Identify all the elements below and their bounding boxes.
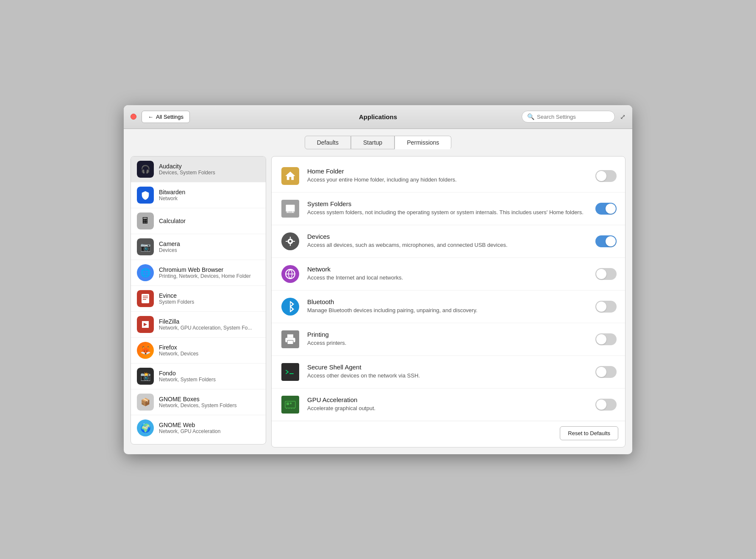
app-perms-fondo: Network, System Folders [159,377,216,383]
perm-item-system-folders: System Folders Access system folders, no… [272,193,625,225]
toggle-network[interactable] [595,268,617,280]
app-item-evince[interactable]: Evince System Folders [131,286,266,312]
search-input[interactable] [537,114,609,120]
search-icon: 🔍 [527,113,534,120]
perm-title-gpu: GPU Acceleration [307,396,589,403]
app-icon-bitwarden [137,187,154,204]
app-item-fondo[interactable]: 📸 Fondo Network, System Folders [131,363,266,389]
app-icon-gnome-web: 🌍 [137,419,154,436]
perm-title-ssh: Secure Shell Agent [307,363,589,371]
app-icon-calculator: 🖩 [137,212,154,229]
app-name-firefox: Firefox [159,344,198,351]
app-info-chromium: Chromium Web Browser Printing, Network, … [159,266,251,279]
back-button-label: All Settings [156,114,183,120]
app-icon-filezilla [137,316,154,333]
app-info-calculator: Calculator [159,218,186,224]
app-perms-gnome-boxes: Network, Devices, System Folders [159,402,236,408]
main-content: 🎧 Audacity Devices, System Folders Bitwa… [124,149,632,454]
tab-permissions[interactable]: Permissions [395,136,451,149]
app-icon-gnome-boxes: 📦 [137,394,154,411]
perm-desc-home-folder: Access your entire Home folder, includin… [307,176,589,184]
svg-rect-6 [285,368,296,376]
toggle-bluetooth[interactable] [595,301,617,313]
toggle-home-folder[interactable] [595,170,617,182]
app-name-filezilla: FileZilla [159,318,252,325]
app-perms-camera: Devices [159,247,180,253]
app-item-gnome-web[interactable]: 🌍 GNOME Web Network, GPU Acceleration [131,415,266,441]
toggle-ssh[interactable] [595,366,617,378]
perm-text-home-folder: Home Folder Access your entire Home fold… [307,168,589,184]
app-info-evince: Evince System Folders [159,292,194,305]
toggle-devices[interactable] [595,235,617,247]
app-info-gnome-web: GNOME Web Network, GPU Acceleration [159,422,220,434]
perm-text-network: Network Access the Internet and local ne… [307,266,589,282]
perm-title-bluetooth: Bluetooth [307,298,589,305]
perm-item-bluetooth: Bluetooth Manage Bluetooth devices inclu… [272,291,625,323]
perm-item-devices: Devices Access all devices, such as webc… [272,225,625,258]
app-name-gnome-web: GNOME Web [159,422,220,428]
perm-icon-devices [280,231,300,252]
app-perms-chromium: Printing, Network, Devices, Home Folder [159,273,251,279]
app-icon-camera: 📷 [137,238,154,255]
app-info-filezilla: FileZilla Network, GPU Acceleration, Sys… [159,318,252,331]
app-perms-evince: System Folders [159,299,194,305]
tab-startup[interactable]: Startup [351,136,395,149]
perm-title-network: Network [307,266,589,273]
app-name-gnome-boxes: GNOME Boxes [159,396,236,402]
perm-text-bluetooth: Bluetooth Manage Bluetooth devices inclu… [307,298,589,314]
app-item-audacity[interactable]: 🎧 Audacity Devices, System Folders [131,157,266,182]
search-box[interactable]: 🔍 [522,111,615,123]
back-button[interactable]: ← All Settings [142,111,190,123]
perm-title-system-folders: System Folders [307,200,589,207]
perm-icon-printing [280,329,300,349]
perm-title-home-folder: Home Folder [307,168,589,175]
tabs-bar: Defaults Startup Permissions [124,129,632,149]
app-perms-bitwarden: Network [159,196,185,201]
perm-desc-ssh: Access other devices on the network via … [307,372,589,380]
perm-desc-bluetooth: Manage Bluetooth devices including pairi… [307,307,589,314]
permissions-panel: Home Folder Access your entire Home fold… [271,156,625,447]
expand-button[interactable]: ⤢ [620,113,625,121]
app-perms-gnome-web: Network, GPU Acceleration [159,428,220,434]
perm-text-printing: Printing Access printers. [307,331,589,347]
app-info-gnome-boxes: GNOME Boxes Network, Devices, System Fol… [159,396,236,408]
app-icon-fondo: 📸 [137,368,154,385]
toggle-printing[interactable] [595,333,617,345]
reset-defaults-button[interactable]: Reset to Defaults [560,426,618,440]
perm-item-gpu: GPU Acceleration Accelerate graphical ou… [272,389,625,421]
app-perms-firefox: Network, Devices [159,351,198,357]
app-list: 🎧 Audacity Devices, System Folders Bitwa… [131,156,266,444]
toggle-gpu[interactable] [595,399,617,411]
app-item-firefox[interactable]: 🦊 Firefox Network, Devices [131,338,266,363]
perm-desc-gpu: Accelerate graphical output. [307,405,589,412]
app-name-calculator: Calculator [159,218,186,224]
back-arrow-icon: ← [148,114,153,120]
titlebar: ✕ ← All Settings Applications 🔍 ⤢ [124,105,632,129]
perm-item-printing: Printing Access printers. [272,323,625,356]
app-item-camera[interactable]: 📷 Camera Devices [131,234,266,260]
app-item-chromium[interactable]: 🌐 Chromium Web Browser Printing, Network… [131,260,266,286]
app-perms-filezilla: Network, GPU Acceleration, System Fo... [159,325,252,331]
app-name-bitwarden: Bitwarden [159,189,185,196]
perm-icon-bluetooth [280,296,300,317]
tab-defaults[interactable]: Defaults [305,136,351,149]
panel-footer: Reset to Defaults [272,421,625,444]
app-item-gnome-boxes[interactable]: 📦 GNOME Boxes Network, Devices, System F… [131,389,266,415]
app-item-bitwarden[interactable]: Bitwarden Network [131,182,266,208]
app-item-filezilla[interactable]: FileZilla Network, GPU Acceleration, Sys… [131,312,266,338]
app-name-audacity: Audacity [159,163,215,170]
perm-desc-printing: Access printers. [307,339,589,347]
close-button[interactable]: ✕ [131,114,136,120]
svg-rect-9 [290,402,292,404]
perm-item-network: Network Access the Internet and local ne… [272,258,625,291]
perm-icon-system-folders [280,198,300,219]
perm-desc-devices: Access all devices, such as webcams, mic… [307,241,589,249]
perm-desc-network: Access the Internet and local networks. [307,274,589,282]
app-name-chromium: Chromium Web Browser [159,266,251,273]
window-title: Applications [359,113,397,120]
app-item-calculator[interactable]: 🖩 Calculator [131,208,266,234]
app-icon-audacity: 🎧 [137,161,154,178]
svg-rect-1 [286,204,295,211]
perm-icon-home-folder [280,166,300,186]
toggle-system-folders[interactable] [595,203,617,215]
